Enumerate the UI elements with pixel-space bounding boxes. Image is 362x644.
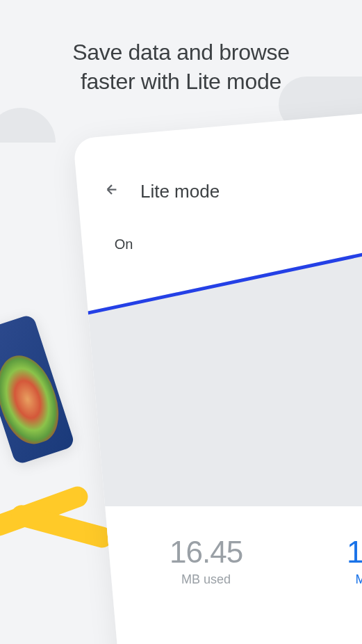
saved-value: 13.78 xyxy=(347,535,362,570)
used-label: MB used xyxy=(170,572,242,587)
data-saved-stat: 13.78 MB saved xyxy=(347,535,362,587)
ribbon-decoration xyxy=(0,483,91,538)
cloud-decoration xyxy=(0,108,56,143)
arrow-left-icon[interactable] xyxy=(104,182,120,201)
artwork-thumbnail xyxy=(0,314,76,465)
data-used-stat: 16.45 MB used xyxy=(170,535,242,587)
page-title: Save data and browse faster with Lite mo… xyxy=(0,38,362,96)
toggle-status-label: On xyxy=(115,236,133,252)
used-value: 16.45 xyxy=(170,535,242,570)
card-title: Lite mode xyxy=(140,181,220,202)
lite-mode-card: Lite mode On 16.45 MB used 13.78 MB save… xyxy=(73,108,362,644)
saved-label: MB saved xyxy=(347,572,362,587)
